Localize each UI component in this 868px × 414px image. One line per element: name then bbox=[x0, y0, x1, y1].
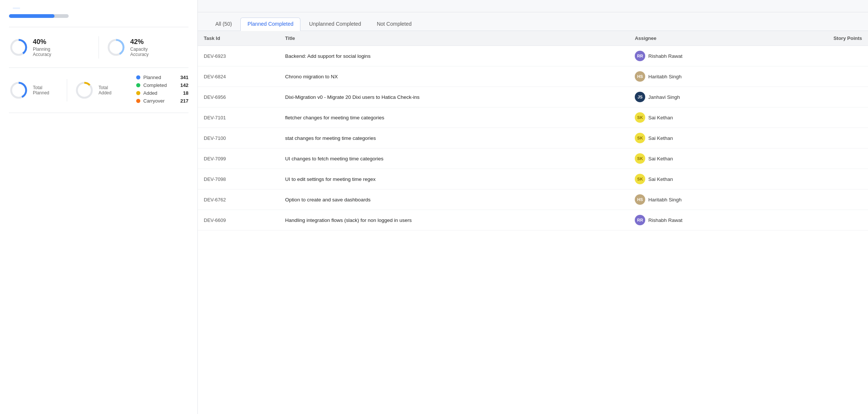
assignee-name: Rishabh Rawat bbox=[648, 217, 683, 223]
assignee-cell: SK Sai Kethan bbox=[629, 169, 771, 189]
total-added-donut bbox=[75, 81, 94, 100]
legend-completed: Completed 142 bbox=[136, 82, 188, 88]
story-points-cell bbox=[771, 46, 868, 66]
table-row: DEV-7100 stat changes for meeting time c… bbox=[198, 128, 868, 148]
legend-dot-carryover bbox=[136, 99, 140, 103]
legend-count-planned: 341 bbox=[177, 75, 188, 80]
legend-dot-planned bbox=[136, 75, 140, 79]
capacity-donut-svg bbox=[106, 38, 126, 57]
tasks-table: Task Id Title Assignee Story Points DEV-… bbox=[198, 31, 868, 230]
col-task-id: Task Id bbox=[198, 31, 279, 46]
task-id-cell: DEV-6923 bbox=[198, 46, 279, 66]
task-id-cell: DEV-7099 bbox=[198, 148, 279, 169]
table-header-row: Task Id Title Assignee Story Points bbox=[198, 31, 868, 46]
avatar: SK bbox=[635, 112, 645, 123]
tab-not-completed[interactable]: Not Completed bbox=[370, 18, 419, 31]
story-points-cell bbox=[771, 66, 868, 87]
task-id-cell: DEV-6762 bbox=[198, 189, 279, 210]
legend-added: Added 18 bbox=[136, 90, 188, 96]
assignee-name: Janhavi Singh bbox=[648, 94, 680, 100]
story-points-cell bbox=[771, 107, 868, 128]
col-story-points: Story Points bbox=[771, 31, 868, 46]
assignee-name: Rishabh Rawat bbox=[648, 53, 683, 59]
task-id-cell: DEV-6824 bbox=[198, 66, 279, 87]
tab-planned-completed[interactable]: Planned Completed bbox=[240, 18, 300, 31]
total-planned-label: TotalPlanned bbox=[33, 85, 49, 95]
legend-count-added: 18 bbox=[177, 90, 188, 96]
task-title-cell: Dixi-Migration v0 - Migrate 20 Dixi user… bbox=[279, 87, 629, 107]
task-title-cell: UI changes to fetch meeting time categor… bbox=[279, 148, 629, 169]
task-title-cell: fletcher changes for meeting time catego… bbox=[279, 107, 629, 128]
legend-label-carryover: Carryover bbox=[143, 98, 165, 104]
story-points-cell bbox=[771, 210, 868, 230]
legend-carryover: Carryover 217 bbox=[136, 98, 188, 104]
sprint-badge bbox=[13, 7, 20, 9]
legend-label-completed: Completed bbox=[143, 82, 167, 88]
table-row: DEV-6824 Chrono migration to NX HS Harit… bbox=[198, 66, 868, 87]
assignee-cell: JS Janhavi Singh bbox=[629, 87, 771, 107]
assignee-cell: SK Sai Kethan bbox=[629, 107, 771, 128]
task-id-cell: DEV-7101 bbox=[198, 107, 279, 128]
assignee-cell: HS Haritabh Singh bbox=[629, 189, 771, 210]
task-id-cell: DEV-6956 bbox=[198, 87, 279, 107]
tab-unplanned-completed[interactable]: Unplanned Completed bbox=[302, 18, 368, 31]
delivery-legend: Planned 341 Completed 142 Added 18 Carry… bbox=[136, 75, 188, 106]
legend-count-completed: 142 bbox=[177, 82, 188, 88]
planning-accuracy-percent: 40% bbox=[33, 38, 51, 46]
assignee-cell: SK Sai Kethan bbox=[629, 128, 771, 148]
task-title-cell: Handling integration flows (slack) for n… bbox=[279, 210, 629, 230]
legend-dot-completed bbox=[136, 83, 140, 87]
table-row: DEV-7098 UI to edit settings for meeting… bbox=[198, 169, 868, 189]
assignee-cell: RR Rishabh Rawat bbox=[629, 46, 771, 66]
avatar: SK bbox=[635, 133, 645, 143]
tab-all[interactable]: All (50) bbox=[208, 18, 239, 31]
accuracy-divider bbox=[99, 36, 99, 59]
avatar: HS bbox=[635, 71, 645, 82]
avatar: RR bbox=[635, 51, 645, 61]
story-points-cell bbox=[771, 189, 868, 210]
total-added-donut-svg bbox=[75, 81, 94, 100]
legend-dot-added bbox=[136, 91, 140, 95]
assignee-name: Haritabh Singh bbox=[648, 74, 681, 79]
right-header bbox=[198, 0, 868, 12]
accuracy-row: 40% PlanningAccuracy 42% CapacityAccurac… bbox=[9, 34, 188, 61]
col-title: Title bbox=[279, 31, 629, 46]
story-points-cell bbox=[771, 169, 868, 189]
task-title-cell: Backend: Add support for social logins bbox=[279, 46, 629, 66]
task-title-cell: UI to edit settings for meeting time reg… bbox=[279, 169, 629, 189]
legend-count-carryover: 217 bbox=[177, 98, 188, 104]
delivery-divider bbox=[67, 79, 67, 101]
task-title-cell: stat changes for meeting time categories bbox=[279, 128, 629, 148]
capacity-donut bbox=[106, 38, 126, 57]
col-assignee: Assignee bbox=[629, 31, 771, 46]
story-points-cell bbox=[771, 87, 868, 107]
total-added-item: TotalAdded bbox=[75, 81, 125, 100]
story-points-cell bbox=[771, 148, 868, 169]
sprint-header bbox=[9, 7, 188, 9]
progress-bar-bg bbox=[9, 14, 69, 18]
total-added-info: TotalAdded bbox=[99, 85, 112, 95]
story-points-cell bbox=[771, 128, 868, 148]
progress-bar-fill bbox=[9, 14, 54, 18]
assignee-name: Sai Kethan bbox=[648, 115, 673, 120]
avatar: SK bbox=[635, 174, 645, 184]
planning-donut bbox=[9, 38, 28, 57]
total-planned-donut bbox=[9, 81, 28, 100]
table-container: Task Id Title Assignee Story Points DEV-… bbox=[198, 31, 868, 414]
capacity-accuracy-info: 42% CapacityAccuracy bbox=[130, 38, 149, 57]
task-id-cell: DEV-7098 bbox=[198, 169, 279, 189]
assignee-name: Sai Kethan bbox=[648, 135, 673, 141]
planning-donut-svg bbox=[9, 38, 28, 57]
avatar: HS bbox=[635, 194, 645, 205]
capacity-accuracy-item: 42% CapacityAccuracy bbox=[106, 34, 188, 61]
assignee-cell: HS Haritabh Singh bbox=[629, 66, 771, 87]
delivery-stats-row: TotalPlanned TotalAdded bbox=[9, 75, 188, 106]
planning-accuracy-item: 40% PlanningAccuracy bbox=[9, 34, 91, 61]
planning-accuracy-label: PlanningAccuracy bbox=[33, 47, 51, 57]
legend-planned: Planned 341 bbox=[136, 75, 188, 80]
avatar: JS bbox=[635, 92, 645, 102]
avatar: RR bbox=[635, 215, 645, 225]
tabs-row: All (50) Planned Completed Unplanned Com… bbox=[198, 12, 868, 31]
table-row: DEV-7101 fletcher changes for meeting ti… bbox=[198, 107, 868, 128]
progress-row bbox=[9, 14, 188, 18]
